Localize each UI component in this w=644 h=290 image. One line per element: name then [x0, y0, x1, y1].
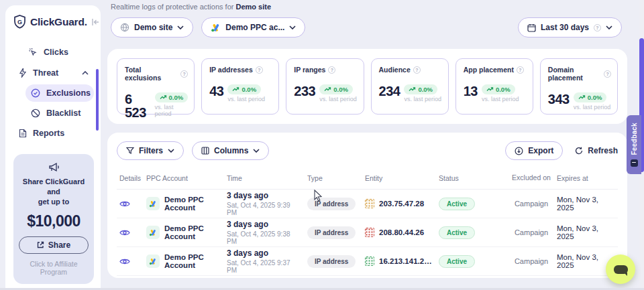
ppc-account-name: Demo PPC Account [164, 196, 221, 212]
affiliate-promo-card[interactable]: Share ClickGuard and get up to $10,000 S… [13, 154, 94, 284]
table-row: 3 days ago [117, 276, 618, 278]
help-icon[interactable] [604, 70, 611, 78]
sidebar-item-label: Blacklist [46, 108, 80, 118]
entity-value[interactable]: 203.75.47.28 [379, 200, 424, 208]
trend-badge: 0.0% [404, 84, 437, 94]
google-ads-icon [146, 255, 160, 268]
promo-amount: $10,000 [19, 212, 89, 230]
columns-button[interactable]: Columns [192, 141, 269, 160]
ppc-account-selector[interactable]: Demo PPC ac... [201, 17, 305, 38]
feedback-label: Feedback [631, 123, 638, 155]
page-subtitle: Realtime logs of protective actions for … [107, 0, 627, 11]
google-ads-icon [211, 23, 221, 32]
status-badge: Active [439, 226, 475, 239]
help-icon[interactable] [180, 70, 188, 78]
filters-button[interactable]: Filters [117, 141, 184, 160]
download-icon [515, 147, 523, 155]
col-header[interactable]: Entity [362, 174, 436, 182]
chat-bubble-icon [614, 265, 628, 274]
threat-icon [19, 68, 27, 78]
sidebar-item-exclusions[interactable]: Exclusions [25, 84, 94, 102]
time-absolute: Sat, Oct 4, 2025 9:39 PM [227, 202, 302, 216]
help-icon[interactable] [256, 66, 263, 74]
trend-badge: 0.0% [574, 92, 607, 102]
view-details-eye-icon[interactable] [119, 229, 141, 236]
col-header[interactable]: Details [117, 174, 144, 182]
col-header[interactable]: Excluded on [508, 173, 554, 182]
status-badge: Active [439, 255, 475, 268]
refresh-icon [575, 147, 583, 155]
sidebar-item-reports[interactable]: Reports [13, 125, 94, 142]
stat-card-ip-addresses: IP addresses 43 0.0% vs. last period [201, 58, 279, 115]
stat-value: 6 523 [125, 92, 151, 119]
stat-value: 233 [294, 84, 315, 98]
time-relative: 3 days ago [227, 191, 302, 200]
entity-identicon [365, 257, 374, 266]
filter-icon [126, 147, 134, 155]
stat-value: 43 [209, 84, 223, 98]
sidebar-item-label: Exclusions [46, 88, 91, 98]
sidebar-item-blacklist[interactable]: Blacklist [25, 104, 94, 122]
col-header[interactable]: Status [436, 174, 508, 182]
stat-caption: vs. last period [227, 96, 265, 102]
stats-panel: Total exclusions 6 523 0.0% vs. last per… [107, 49, 627, 124]
stat-card-domain-placement: Domain placement 343 0.0% vs. last perio… [540, 58, 618, 115]
time-absolute: Sat, Oct 4, 2025 9:38 PM [227, 230, 302, 245]
stat-card-app-placement: App placement 13 0.0% vs. last period [455, 58, 533, 115]
stat-card-ip-ranges: IP ranges 233 0.0% vs. last period [286, 58, 364, 115]
entity-value[interactable]: 16.213.141.2… [379, 257, 432, 265]
stat-caption: vs. last period [404, 96, 441, 102]
logs-table-panel: Filters Columns Export Refresh Details [107, 133, 627, 278]
collapse-sidebar-icon[interactable] [91, 18, 100, 26]
col-header[interactable]: Type [305, 174, 362, 182]
site-selector[interactable]: Demo site [111, 17, 193, 38]
refresh-button[interactable]: Refresh [575, 146, 618, 155]
col-header[interactable]: PPC Account [144, 174, 224, 182]
stat-caption: vs. last period [319, 96, 357, 102]
view-details-eye-icon[interactable] [119, 200, 141, 208]
feedback-chat-icon [631, 159, 638, 167]
time-absolute: Sat, Oct 4, 2025 9:37 PM [227, 259, 302, 274]
col-header[interactable]: Time [224, 174, 305, 182]
external-link-icon [37, 241, 44, 248]
help-icon[interactable] [413, 66, 421, 74]
view-details-eye-icon[interactable] [119, 258, 141, 265]
help-icon[interactable] [517, 66, 524, 74]
clicks-icon [28, 48, 38, 57]
sidebar-scrollbar[interactable] [96, 69, 99, 131]
feedback-tab[interactable]: Feedback [627, 115, 641, 174]
chevron-up-icon [82, 71, 89, 75]
megaphone-icon [19, 162, 89, 172]
ppc-account-name: Demo PPC Account [164, 224, 221, 240]
sidebar-item-label: Threat [33, 68, 58, 78]
table-row: Demo PPC Account 3 days agoSat, Oct 4, 2… [117, 190, 618, 218]
stat-card-audience: Audience 234 0.0% vs. last period [371, 58, 449, 115]
trend-badge: 0.0% [319, 84, 353, 94]
stat-caption: vs. last period [574, 104, 611, 111]
sidebar-item-threat[interactable]: Threat [13, 64, 94, 82]
stat-value: 234 [379, 84, 400, 98]
sidebar-item-clicks[interactable]: Clicks [23, 44, 94, 61]
status-badge: Active [439, 198, 475, 210]
chevron-down-icon [168, 149, 174, 153]
help-icon[interactable] [328, 66, 335, 74]
type-badge: IP address [307, 226, 356, 239]
excluded-on: Campaign [508, 257, 554, 265]
table-header-row: Details PPC Account Time Type Entity Sta… [117, 167, 618, 190]
date-range-selector[interactable]: Last 30 days [518, 17, 622, 38]
col-header[interactable]: Expires at [554, 174, 618, 182]
trend-badge: 0.0% [155, 92, 189, 102]
chevron-down-icon [606, 25, 612, 29]
affiliate-link[interactable]: Click to Affiliate Program [19, 260, 89, 276]
entity-value[interactable]: 208.80.44.26 [379, 228, 424, 236]
trend-badge: 0.0% [227, 84, 261, 94]
excluded-on: Campaign [508, 228, 554, 236]
time-relative: 3 days ago [227, 220, 302, 229]
reports-icon [19, 129, 27, 138]
share-button[interactable]: Share [19, 236, 89, 254]
trend-badge: 0.0% [482, 84, 515, 94]
table-row: Demo PPC Account 3 days agoSat, Oct 4, 2… [117, 218, 618, 247]
ppc-account-name: Demo PPC Account [164, 253, 221, 269]
export-button[interactable]: Export [505, 141, 563, 160]
chat-widget-button[interactable] [606, 255, 635, 284]
